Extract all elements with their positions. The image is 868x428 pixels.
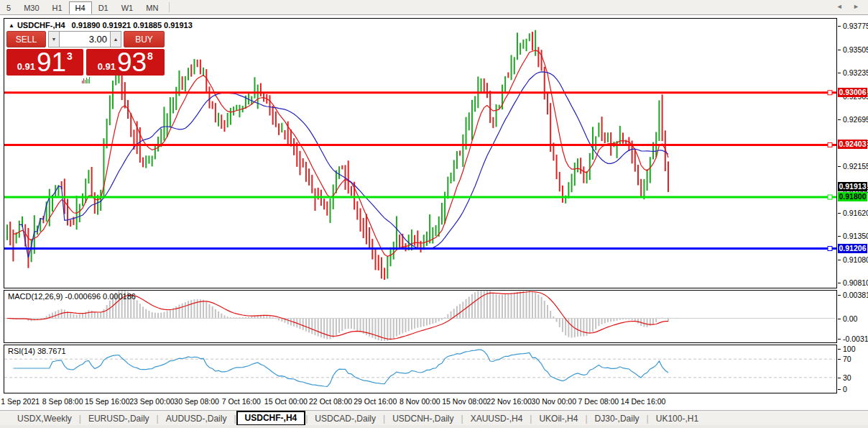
tick-bar — [83, 78, 84, 83]
chart-tab-dj30daily[interactable]: DJ30-,Daily — [588, 413, 647, 424]
rsi-tick — [838, 389, 841, 390]
macd-label: -0.003115 — [843, 334, 868, 343]
price-label: 0.91350 — [843, 232, 868, 240]
sell-price-prefix: 0.91 — [17, 61, 35, 72]
one-click-trading-panel: SELL ▼ ▲ BUY 0.91 91 3 0.91 93 8 — [6, 31, 165, 83]
chart-tab-xauusdh4[interactable]: XAUUSD-,H4 — [463, 413, 530, 424]
time-axis-label: 23 Sep 00:00 — [129, 397, 174, 406]
hline-price-marker[interactable]: 0.92403 — [838, 140, 867, 149]
timeframe-button-h1[interactable]: H1 — [46, 2, 69, 14]
chart-title: ▲USDCHF-,H4 0.91890 0.91921 0.91885 0.91… — [9, 21, 193, 29]
buy-price-display[interactable]: 0.91 93 8 — [86, 49, 165, 76]
tick-bar — [85, 80, 86, 83]
chart-ohlc-values: 0.91890 0.91921 0.91885 0.91913 — [72, 21, 193, 29]
tick-bar — [89, 77, 90, 83]
macd-label: MACD(12,26,9) -0.000696 0.000186 — [8, 292, 136, 301]
volume-decrease-button[interactable]: ▼ — [48, 31, 60, 47]
buy-button[interactable]: BUY — [124, 31, 165, 47]
time-axis-label: 15 Nov 08:00 — [442, 397, 486, 406]
tick-bar — [86, 78, 87, 83]
timeframe-toolbar: 5M30H1H4D1W1MN — [0, 0, 868, 15]
rsi-label: 30 — [843, 373, 851, 382]
timeframe-button-h4[interactable]: H4 — [69, 1, 92, 14]
price-label: 0.93505 — [843, 45, 868, 54]
price-tick — [838, 119, 841, 120]
time-axis-label: 8 Nov 00:00 — [400, 397, 440, 406]
rsi-indicator-panel[interactable]: RSI(14) 38.7671 — [4, 345, 837, 393]
time-axis-label: 22 Oct 08:00 — [309, 397, 352, 406]
rsi-tick — [838, 349, 841, 350]
price-label: 0.91620 — [843, 209, 868, 217]
sell-button[interactable]: SELL — [6, 31, 46, 47]
rsi-tick — [838, 378, 841, 378]
tick-chart-icon[interactable] — [6, 76, 165, 83]
timeframe-button-5[interactable]: 5 — [0, 2, 17, 14]
timeframe-button-w1[interactable]: W1 — [115, 2, 140, 14]
price-tick — [838, 73, 841, 73]
collapse-arrow-icon[interactable]: ▲ — [9, 22, 14, 29]
price-label: 0.91080 — [843, 255, 868, 264]
buy-price-big-digits: 93 — [117, 49, 147, 76]
macd-tick — [838, 319, 841, 319]
rsi-label: 70 — [843, 355, 851, 363]
price-chart-panel[interactable]: ▲USDCHF-,H4 0.91890 0.91921 0.91885 0.91… — [4, 18, 837, 288]
chart-tab-usdcaddaily[interactable]: USDCAD-,Daily — [308, 413, 383, 424]
timeframe-button-m30[interactable]: M30 — [17, 2, 45, 14]
buy-price-prefix: 0.91 — [98, 61, 116, 72]
time-axis-label: 8 Sep 08:00 — [42, 397, 83, 406]
time-axis[interactable]: 1 Sep 20218 Sep 08:0015 Sep 16:0023 Sep … — [4, 396, 837, 409]
sell-price-display[interactable]: 0.91 91 3 — [6, 49, 83, 76]
price-tick — [838, 236, 841, 237]
time-axis-label: 22 Nov 16:00 — [486, 397, 531, 406]
rsi-label: 0 — [843, 385, 847, 393]
chart-tab-audusddaily[interactable]: AUDUSD-,Daily — [159, 413, 234, 424]
timeframe-button-d1[interactable]: D1 — [92, 2, 115, 14]
price-tick — [838, 213, 841, 214]
hline-price-marker[interactable]: 0.91206 — [838, 244, 867, 253]
price-axis[interactable]: 0.937750.935050.932350.929650.926950.924… — [838, 18, 868, 394]
sell-price-big-digits: 91 — [37, 49, 66, 76]
chart-tab-eurusddaily[interactable]: EURUSD-,Daily — [81, 413, 157, 424]
macd-indicator-panel[interactable]: MACD(12,26,9) -0.000696 0.000186 — [4, 290, 837, 343]
price-tick — [838, 260, 841, 260]
price-tick — [838, 166, 841, 167]
chart-tab-uk100h1[interactable]: UK100-,H1 — [649, 413, 706, 424]
rsi-indicator-chart[interactable] — [4, 345, 835, 391]
toolbar-separator — [169, 2, 170, 12]
price-label: 0.90810 — [843, 278, 868, 287]
time-axis-label: 29 Oct 16:00 — [354, 397, 397, 406]
time-axis-label: 1 Sep 2021 — [1, 397, 40, 406]
rsi-tick — [838, 359, 841, 360]
chart-tab-ukoilh4[interactable]: UKOil-,H4 — [532, 413, 585, 424]
price-label: 0.92155 — [843, 162, 868, 170]
tab-scroll-arrows[interactable]: ◄ ► — [836, 3, 864, 10]
timeframe-button-mn[interactable]: MN — [139, 2, 165, 14]
time-axis-label: 14 Dec 16:00 — [621, 397, 665, 406]
time-axis-label: 7 Oct 16:00 — [222, 397, 261, 406]
chart-tab-bar: USDX,Weekly|EURUSD-,Daily|AUDUSD-,Daily|… — [0, 410, 868, 426]
volume-spinner: ▼ ▲ — [48, 31, 121, 47]
chart-tab-usdchfh4[interactable]: USDCHF-,H4 — [236, 411, 306, 426]
volume-input[interactable] — [60, 31, 110, 47]
rsi-label: RSI(14) 38.7671 — [8, 347, 66, 355]
buy-price-pip-digit: 8 — [147, 50, 153, 76]
chart-tab-usdcnhdaily[interactable]: USDCNH-,Daily — [385, 413, 461, 424]
macd-label: 0.00 — [843, 314, 857, 323]
time-axis-label: 7 Dec 08:00 — [578, 397, 619, 406]
price-label: 0.93775 — [843, 22, 868, 30]
volume-increase-button[interactable]: ▲ — [110, 31, 121, 47]
chart-tab-usdxweekly[interactable]: USDX,Weekly — [10, 413, 79, 424]
status-strip — [0, 425, 868, 428]
macd-label: 0.003811 — [843, 291, 868, 299]
price-label: 0.93235 — [843, 68, 868, 77]
hline-price-marker[interactable]: 0.91800 — [838, 192, 867, 201]
time-axis-label: 30 Sep 08:00 — [174, 397, 218, 406]
macd-tick — [838, 339, 841, 340]
price-label: 0.92695 — [843, 115, 868, 124]
current-price-marker[interactable]: 0.91913 — [838, 182, 867, 191]
price-tick — [838, 26, 841, 27]
price-tick — [838, 283, 841, 283]
time-axis-label: 15 Sep 16:00 — [85, 397, 129, 406]
price-tick — [838, 50, 841, 50]
hline-price-marker[interactable]: 0.93006 — [838, 88, 867, 97]
